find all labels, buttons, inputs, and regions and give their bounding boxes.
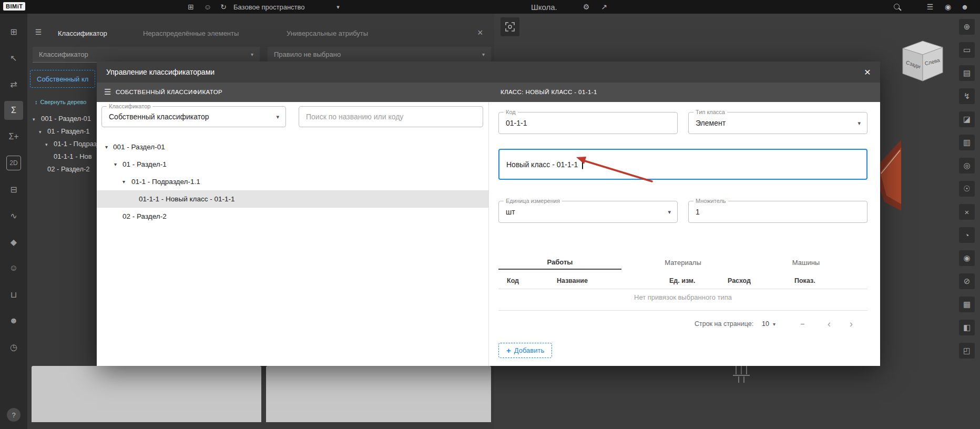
show-icon[interactable]: ◉	[959, 250, 975, 266]
tree-row[interactable]: 02 - Раздел-2	[97, 208, 488, 225]
bg-tree-item[interactable]: 02 - Раздел-2	[47, 165, 90, 173]
unit-select[interactable]: Единица измерения шт ▾	[498, 201, 678, 223]
bg-tree-item[interactable]: 001 - Раздел-01	[41, 115, 91, 122]
gear-icon[interactable]: ⚙	[579, 0, 593, 14]
tree-expand-icon[interactable]: ▾	[33, 117, 35, 122]
tree-expand-icon[interactable]: ▾	[39, 129, 42, 135]
search-input[interactable]	[299, 106, 483, 127]
account-icon[interactable]: ◉	[941, 0, 955, 14]
section-view-icon[interactable]: ◰	[959, 343, 975, 359]
classifier-add-icon[interactable]: Σ+	[4, 127, 23, 146]
bg-tree-item[interactable]: 01-1 - Подразд	[54, 140, 100, 148]
archive-icon[interactable]: ⊞	[184, 0, 198, 14]
tree-row[interactable]: ▾ 01-1 - Подраздел-1.1	[97, 173, 488, 190]
class-type-label: Тип класса	[693, 109, 727, 116]
panel-close-icon[interactable]: ×	[477, 27, 483, 38]
panel-menu-icon[interactable]: ☰	[32, 25, 45, 39]
list-menu-icon[interactable]: ☰	[923, 0, 937, 14]
measure-icon[interactable]: ▭	[959, 42, 975, 58]
classifier-dropdown[interactable]: Классификатор ▾	[33, 47, 260, 63]
hide-icon[interactable]: ⊘	[959, 273, 975, 289]
prev-page-button[interactable]: ‹	[828, 319, 831, 329]
tab-universal-attributes[interactable]: Универсальные атрибуты	[287, 29, 368, 37]
team-icon[interactable]: ☺	[201, 0, 215, 14]
selected-classifier-chip[interactable]: Собственный кл	[30, 70, 95, 88]
user-icon[interactable]: ☻	[958, 0, 972, 14]
dashboard-icon[interactable]: ◷	[4, 338, 23, 356]
code-field-value: 01-1-1	[506, 119, 527, 127]
column-header-unit: Ед. изм.	[669, 277, 696, 284]
add-binding-button[interactable]: + Добавить	[498, 343, 552, 358]
sync-icon[interactable]: ↻	[217, 0, 230, 14]
model-structure-icon[interactable]: ⊞	[4, 22, 23, 41]
bg-tree-item[interactable]: 01-1-1 - Нов	[54, 152, 92, 160]
collaboration-icon[interactable]: ☺	[4, 259, 23, 278]
top-bar: BIMiT ⊞ ☺ ↻ Базовое пространство ▾ Школа…	[0, 0, 980, 14]
space-selector[interactable]: Базовое пространство	[233, 0, 305, 14]
code-field[interactable]: Код 01-1-1	[498, 112, 678, 134]
dialog-close-icon[interactable]: ×	[864, 67, 871, 77]
tree-expand-icon[interactable]: ▾	[45, 142, 48, 147]
pagination: Строк на странице: 10 ▾ – ‹ ›	[498, 315, 867, 332]
viewport-focus-button[interactable]	[501, 17, 519, 36]
analytics-icon[interactable]: ∿	[4, 206, 23, 225]
unit-select-label: Единица измерения	[504, 198, 562, 205]
tab-machines[interactable]: Машины	[744, 256, 867, 270]
multiplier-field-value: 1	[696, 208, 700, 216]
dialog-title-bar: Управление классификаторами ×	[97, 62, 880, 83]
personnel-icon[interactable]: ☻	[4, 311, 23, 330]
class-name-field[interactable]: Новый класс - 01-1-1	[498, 149, 867, 180]
axes-icon[interactable]: ×	[959, 204, 975, 220]
menu-icon[interactable]: ☰	[104, 87, 111, 97]
focus-brackets-icon	[504, 21, 516, 33]
dialog-title: Управление классификаторами	[106, 68, 215, 76]
clash-icon[interactable]: ↯	[959, 88, 975, 104]
point-marker-icon[interactable]: ☉	[959, 181, 975, 197]
bg-tree-item[interactable]: 01 - Раздел-1	[47, 127, 90, 135]
search-icon[interactable]	[894, 4, 900, 9]
gauge-icon[interactable]: ◔	[959, 227, 975, 243]
class-type-select[interactable]: Тип класса Элемент ▾	[688, 112, 867, 134]
hierarchy-icon[interactable]: ⊟	[4, 180, 23, 199]
tree-expand-icon[interactable]: ▾	[122, 179, 125, 185]
multiplier-field[interactable]: Множитель 1	[688, 201, 867, 223]
select-tool-icon[interactable]: ↖	[4, 48, 23, 67]
classifier-icon[interactable]: Σ	[4, 101, 23, 120]
box-mode-icon[interactable]: ◧	[959, 320, 975, 335]
view-cube[interactable]: Сзади Слева	[895, 36, 948, 86]
column-header-indicator: Показ.	[794, 277, 815, 284]
grid-icon[interactable]: ▦	[959, 297, 975, 312]
classifier-select[interactable]: Классификатор Собственный классификатор …	[101, 106, 286, 127]
tree-item-label: 02 - Раздел-2	[122, 212, 167, 220]
navigate-icon[interactable]: ⊕	[959, 19, 975, 35]
drawings-2d-icon[interactable]: 2D	[6, 156, 21, 170]
rows-per-page-select[interactable]: 10 ▾	[762, 320, 775, 328]
help-button[interactable]: ?	[7, 408, 21, 422]
tree-row[interactable]: ▾ 001 - Раздел-01	[97, 138, 488, 156]
column-header-consumption: Расход	[728, 277, 751, 284]
layers-list-icon[interactable]: ▤	[959, 65, 975, 81]
rule-dropdown[interactable]: Правило не выбрано ▾	[268, 47, 491, 63]
chevron-down-icon[interactable]: ▾	[331, 0, 345, 14]
tree-expand-icon[interactable]: ▾	[114, 161, 117, 167]
layers-icon[interactable]: ▥	[959, 135, 975, 150]
focus-target-icon[interactable]: ◎	[959, 158, 975, 173]
tree-row[interactable]: ▾ 01 - Раздел-1	[97, 156, 488, 173]
section-box-icon[interactable]: ◪	[959, 111, 975, 127]
chevron-down-icon: ▾	[858, 120, 861, 127]
next-page-button[interactable]: ›	[850, 319, 853, 329]
tab-unassigned-elements[interactable]: Нераспределённые элементы	[143, 29, 239, 37]
tab-classifier[interactable]: Классификатор	[58, 29, 107, 37]
relations-icon[interactable]: ⇄	[4, 75, 23, 94]
table-header-divider	[498, 289, 867, 289]
chevron-down-icon: ▾	[482, 52, 485, 57]
collapse-tree-button[interactable]: ↕ Свернуть дерево	[35, 99, 86, 105]
tab-works[interactable]: Работы	[498, 256, 621, 270]
tree-item-label: 01 - Раздел-1	[122, 160, 167, 168]
tab-materials[interactable]: Материалы	[621, 256, 744, 270]
plugins-icon[interactable]: ◆	[4, 232, 23, 251]
share-icon[interactable]: ↗	[597, 0, 611, 14]
tree-row-selected[interactable]: 01-1-1 - Новый класс - 01-1-1	[97, 190, 488, 208]
handover-icon[interactable]: ⊔	[4, 285, 23, 304]
tree-expand-icon[interactable]: ▾	[105, 144, 108, 150]
